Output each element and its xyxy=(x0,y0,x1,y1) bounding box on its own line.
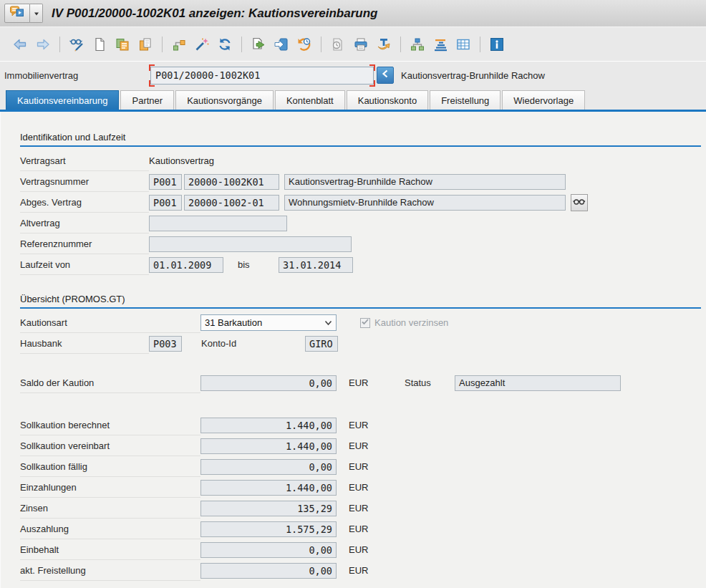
page-title: IV P001/20000-1002K01 anzeigen: Kautions… xyxy=(52,6,377,21)
amount-row-currency: EUR xyxy=(349,503,373,514)
glasses-icon xyxy=(572,194,586,211)
row-einbehalt: Einbehalt 0,00 EUR xyxy=(20,539,706,560)
kaution-verzinsen-checkbox[interactable] xyxy=(360,318,370,328)
amount-row-field[interactable]: 0,00 xyxy=(200,563,337,579)
vertragsnummer-company-field[interactable]: P001 xyxy=(149,174,182,190)
refresh-icon[interactable] xyxy=(215,34,235,54)
amount-row-label: Sollkaution fällig xyxy=(20,456,200,477)
forward-icon[interactable] xyxy=(33,34,53,54)
title-button-group xyxy=(4,4,43,23)
row-laufzeit: Laufzeit von 01.01.2009 bis 31.01.2014 xyxy=(20,254,706,275)
laufzeit-label: Laufzeit von xyxy=(20,254,149,275)
back-icon[interactable] xyxy=(10,34,30,54)
assignments-icon[interactable] xyxy=(169,34,189,54)
amount-row-currency: EUR xyxy=(349,524,373,534)
status-label: Status xyxy=(405,377,455,388)
amount-row-field[interactable]: 0,00 xyxy=(200,542,337,558)
menu-dropdown-icon xyxy=(33,7,40,20)
tab-wiedervorlage[interactable]: Wiedervorlage xyxy=(502,90,585,110)
focus-corner xyxy=(149,80,155,87)
vertragsnummer-number-field[interactable]: 20000-1002K01 xyxy=(184,174,279,190)
abges-vertrag-text-field[interactable]: Wohnungsmietv-Brunhilde Rachow xyxy=(284,195,566,211)
table-view-icon[interactable] xyxy=(453,34,473,54)
row-vertragsart: Vertragsart Kautionsvertrag xyxy=(20,150,706,171)
laufzeit-bis-field[interactable]: 31.01.2014 xyxy=(279,257,353,273)
amount-row-field[interactable]: 1.440,00 xyxy=(200,438,337,454)
tab-kontenblatt[interactable]: Kontenblatt xyxy=(275,90,345,110)
focus-corner xyxy=(369,80,375,87)
create-icon[interactable] xyxy=(90,34,110,54)
vertragsart-value: Kautionsvertrag xyxy=(149,155,214,166)
hausbank-field[interactable]: P003 xyxy=(149,336,182,352)
title-dropdown-button[interactable] xyxy=(30,4,43,23)
display-change-icon[interactable] xyxy=(67,34,87,54)
print-icon[interactable] xyxy=(351,34,371,54)
amount-row-field[interactable]: 1.440,00 xyxy=(200,418,337,433)
wizard-icon[interactable] xyxy=(192,34,212,54)
hausbank-label: Hausbank xyxy=(20,333,149,354)
tab-kautionskonto[interactable]: Kautionskonto xyxy=(347,90,428,110)
copy-icon[interactable] xyxy=(112,34,132,54)
referenznummer-label: Referenznummer xyxy=(20,233,149,254)
transfer-document-icon[interactable] xyxy=(248,34,269,54)
sort-icon[interactable] xyxy=(430,34,450,54)
row-zinsen: Zinsen 135,29 EUR xyxy=(20,498,706,519)
tab-kautionsvereinbarung[interactable]: Kautionsvereinbarung xyxy=(6,90,119,110)
kautionsart-dropdown[interactable]: 31 Barkaution xyxy=(200,314,337,331)
row-saldo: Saldo der Kaution 0,00 EUR Status Ausgez… xyxy=(20,372,706,393)
amount-row-field[interactable]: 0,00 xyxy=(200,459,337,475)
saldo-field[interactable]: 0,00 xyxy=(200,375,337,391)
copy-with-template-icon[interactable] xyxy=(135,34,155,54)
services-for-object-button[interactable] xyxy=(4,4,30,23)
amount-row-label: Einbehalt xyxy=(20,539,200,560)
amount-row-label: Zinsen xyxy=(20,498,200,519)
laufzeit-von-field[interactable]: 01.01.2009 xyxy=(149,257,223,273)
amount-row-label: akt. Freistellung xyxy=(20,560,200,581)
altvertrag-field[interactable] xyxy=(149,216,287,231)
tab-kautionsvorgaenge[interactable]: Kautionsvorgänge xyxy=(175,90,274,110)
kautionsart-value: 31 Barkaution xyxy=(205,317,262,328)
row-hausbank: Hausbank P003 Konto-Id GIRO xyxy=(20,333,706,354)
preview-periods-icon[interactable] xyxy=(328,34,348,54)
next-screen-icon[interactable] xyxy=(271,34,291,54)
amount-row-currency: EUR xyxy=(349,461,373,472)
row-einzahlungen: Einzahlungen 1.440,00 EUR xyxy=(20,477,706,498)
contract-input[interactable]: P001/20000-1002K01 xyxy=(150,67,374,85)
referenznummer-field[interactable] xyxy=(149,236,352,252)
tab-partner[interactable]: Partner xyxy=(120,90,174,110)
spacer xyxy=(20,354,706,372)
tab-freistellung[interactable]: Freistellung xyxy=(430,90,501,110)
text-download-icon[interactable] xyxy=(374,34,394,54)
info-icon[interactable] xyxy=(487,34,507,54)
amount-row-field[interactable]: 135,29 xyxy=(200,501,337,516)
kaution-verzinsen-wrap: Kaution verzinsen xyxy=(360,317,448,328)
row-akt-freistellung: akt. Freistellung 0,00 EUR xyxy=(20,560,706,581)
row-sollkaution-faellig: Sollkaution fällig 0,00 EUR xyxy=(20,456,706,477)
kautionsart-label: Kautionsart xyxy=(20,312,200,333)
display-contract-button[interactable] xyxy=(571,194,588,211)
abges-vertrag-number-field[interactable]: 20000-1002-01 xyxy=(184,195,279,211)
section-title-identifikation: Identifikation und Laufzeit xyxy=(20,132,701,147)
row-referenznummer: Referenznummer xyxy=(20,233,706,254)
spacer xyxy=(20,393,706,415)
toolbar-separator xyxy=(400,37,401,52)
row-vertragsnummer: Vertragsnummer P001 20000-1002K01 Kautio… xyxy=(20,171,706,192)
row-abges-vertrag: Abges. Vertrag P001 20000-1002-01 Wohnun… xyxy=(20,192,706,213)
checkmark-icon xyxy=(361,317,369,328)
abges-vertrag-company-field[interactable]: P001 xyxy=(149,195,182,211)
status-field[interactable]: Ausgezahlt xyxy=(455,375,621,391)
tab-content: Identifikation und Laufzeit Vertragsart … xyxy=(0,112,706,588)
abges-vertrag-label: Abges. Vertrag xyxy=(20,192,149,213)
hierarchy-icon[interactable] xyxy=(407,34,427,54)
amount-row-field[interactable]: 1.575,29 xyxy=(200,521,337,537)
amount-row-currency: EUR xyxy=(349,482,373,493)
amount-row-field[interactable]: 1.440,00 xyxy=(200,480,337,496)
row-altvertrag: Altvertrag xyxy=(20,213,706,233)
bis-label: bis xyxy=(238,259,279,270)
vertragsnummer-text-field[interactable]: Kautionsvertrag-Brunhilde Rachow xyxy=(284,174,566,190)
focus-corner xyxy=(369,64,375,71)
amount-row-currency: EUR xyxy=(349,565,373,576)
matchcode-button[interactable] xyxy=(377,67,394,84)
undo-with-history-icon[interactable] xyxy=(294,34,314,54)
konto-id-field[interactable]: GIRO xyxy=(305,336,338,352)
